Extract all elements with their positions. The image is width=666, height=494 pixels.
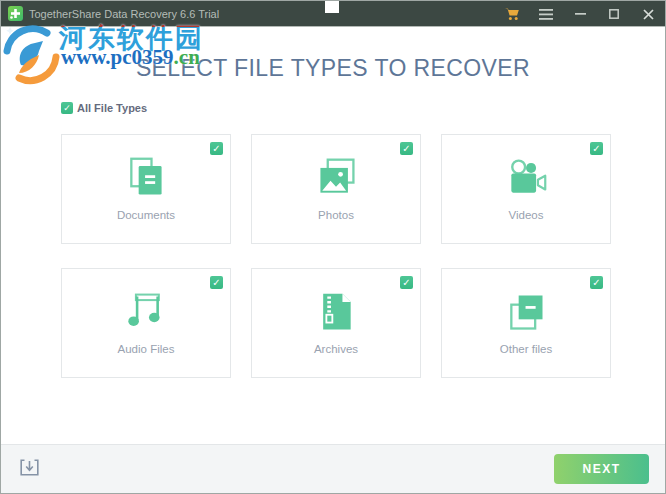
archives-icon bbox=[252, 287, 420, 337]
file-type-card-videos[interactable]: ✓ Videos bbox=[441, 134, 611, 244]
all-file-types-label: All File Types bbox=[77, 102, 147, 114]
cart-icon[interactable] bbox=[495, 1, 529, 27]
all-file-types-checkbox[interactable]: ✓ bbox=[61, 102, 73, 114]
download-icon[interactable] bbox=[20, 459, 39, 479]
maximize-icon[interactable] bbox=[597, 1, 631, 27]
next-button[interactable]: NEXT bbox=[554, 454, 649, 484]
all-file-types-toggle[interactable]: ✓ All File Types bbox=[61, 102, 147, 114]
documents-icon bbox=[62, 153, 230, 203]
footer: NEXT bbox=[1, 444, 665, 493]
file-type-label: Archives bbox=[252, 343, 420, 355]
file-type-label: Audio Files bbox=[62, 343, 230, 355]
close-icon[interactable] bbox=[631, 1, 665, 27]
photos-icon bbox=[252, 153, 420, 203]
file-type-card-documents[interactable]: ✓ Documents bbox=[61, 134, 231, 244]
check-icon: ✓ bbox=[592, 144, 600, 154]
app-logo-icon bbox=[8, 6, 23, 21]
file-type-label: Photos bbox=[252, 209, 420, 221]
file-type-card-audio[interactable]: ✓ Audio Files bbox=[61, 268, 231, 378]
check-icon: ✓ bbox=[212, 278, 220, 288]
audio-files-icon bbox=[62, 287, 230, 337]
page-title: SELECT FILE TYPES TO RECOVER bbox=[1, 55, 665, 82]
titlebar-actions bbox=[495, 1, 665, 27]
other-files-icon bbox=[442, 287, 610, 337]
file-type-card-photos[interactable]: ✓ Photos bbox=[251, 134, 421, 244]
file-type-label: Videos bbox=[442, 209, 610, 221]
hamburger-menu-icon[interactable] bbox=[529, 1, 563, 27]
white-artifact bbox=[325, 1, 339, 13]
titlebar: TogetherShare Data Recovery 6.6 Trial bbox=[1, 1, 665, 27]
file-type-label: Other files bbox=[442, 343, 610, 355]
window-title: TogetherShare Data Recovery 6.6 Trial bbox=[29, 8, 219, 20]
file-type-card-archives[interactable]: ✓ Archives bbox=[251, 268, 421, 378]
app-window: TogetherShare Data Recovery 6.6 Trial bbox=[0, 0, 666, 494]
file-type-label: Documents bbox=[62, 209, 230, 221]
check-icon: ✓ bbox=[402, 278, 410, 288]
check-icon: ✓ bbox=[592, 278, 600, 288]
file-type-grid: ✓ Documents ✓ Photo bbox=[61, 134, 611, 378]
check-icon: ✓ bbox=[63, 104, 71, 113]
file-type-card-other[interactable]: ✓ Other files bbox=[441, 268, 611, 378]
minimize-icon[interactable] bbox=[563, 1, 597, 27]
videos-icon bbox=[442, 153, 610, 203]
check-icon: ✓ bbox=[212, 144, 220, 154]
check-icon: ✓ bbox=[402, 144, 410, 154]
